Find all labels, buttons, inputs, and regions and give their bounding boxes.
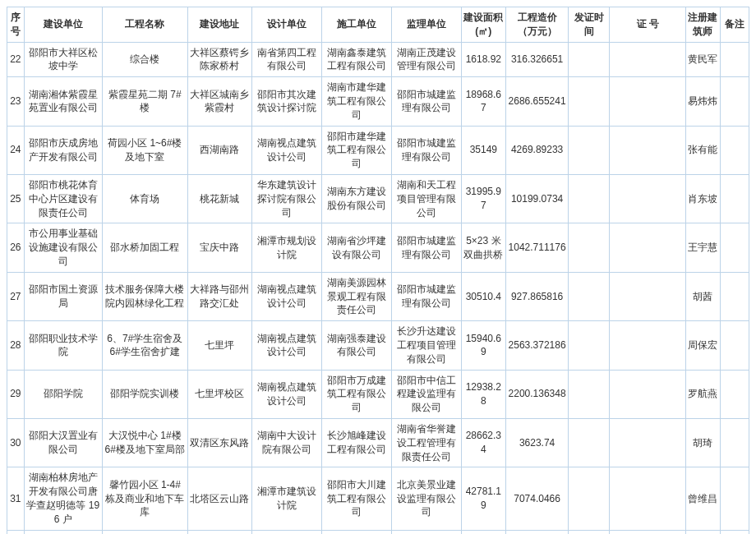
cell-addr: 大祥路与邵州路交汇处 <box>187 272 252 320</box>
cell-seq: 24 <box>7 126 25 174</box>
cell-unit: 邵阳大汉置业有限公司 <box>24 418 102 467</box>
cell-note <box>720 467 749 530</box>
col-supervisor: 监理单位 <box>392 7 462 43</box>
cell-supervisor: 邵阳市城建监理有限公司 <box>392 77 462 126</box>
cell-supervisor: 湖南和天工程项目管理有限公司 <box>392 174 462 223</box>
cell-date <box>569 321 610 370</box>
table-row: 23湖南湘体紫霞星苑置业有限公司紫霞星苑二期 7#楼大祥区城南乡紫霞村邵阳市其次… <box>7 77 749 126</box>
col-seq: 序号 <box>7 7 25 43</box>
cell-note <box>720 370 749 418</box>
cell-unit: 邵阳职业技术学院 <box>24 321 102 370</box>
cell-seq: 31 <box>7 467 25 530</box>
table-body: 22邵阳市大祥区松坡中学综合楼大祥区蔡锷乡陈家桥村南省第四工程有限公司湖南鑫泰建… <box>7 42 749 534</box>
cell-seq: 27 <box>7 272 25 320</box>
construction-permits-table: 序号 建设单位 工程名称 建设地址 设计单位 施工单位 监理单位 建设面积(㎡)… <box>7 7 749 534</box>
cell-addr: 七里坪 <box>187 321 252 370</box>
cell-supervisor: 邵阳市城建监理有限公司 <box>392 126 462 174</box>
cell-designer: 湖南视点建筑设计公司 <box>252 126 322 174</box>
cell-proj: 馨竹园小区 1-4#栋及商业和地下车库 <box>102 467 187 530</box>
cell-designer: 湖南视点建筑设计公司 <box>252 370 322 418</box>
cell-contractor: 邵阳市建华建筑工程有限公司 <box>322 126 392 174</box>
cell-date <box>569 370 610 418</box>
cell-cert <box>610 223 686 272</box>
cell-supervisor: 湖南省华誉建设工程管理有限责任公司 <box>392 418 462 467</box>
cell-cost: 2200.136348 <box>505 370 569 418</box>
cell-contractor: 湖南东方建设股份有限公司 <box>322 530 392 534</box>
cell-area: 12938.28 <box>461 370 505 418</box>
table-row: 22邵阳市大祥区松坡中学综合楼大祥区蔡锷乡陈家桥村南省第四工程有限公司湖南鑫泰建… <box>7 42 749 77</box>
cell-proj: 邵阳学院实训楼 <box>102 370 187 418</box>
col-addr: 建设地址 <box>187 7 252 43</box>
cell-cert <box>610 174 686 223</box>
cell-architect: 王宇慧 <box>686 223 720 272</box>
cell-architect: 曾维昌 <box>686 467 720 530</box>
cell-proj: 大汉悦中心 1#楼 6#楼及地下室局部 <box>102 418 187 467</box>
cell-designer: 湘潭市建筑设计院 <box>252 467 322 530</box>
cell-unit: 邵阳学院 <box>24 370 102 418</box>
cell-designer: 湘潭市规划设计院 <box>252 223 322 272</box>
cell-date <box>569 467 610 530</box>
cell-addr: 宝庆中路 <box>187 223 252 272</box>
cell-designer: 湖南视点建筑设计公司 <box>252 272 322 320</box>
table-row: 32邵阳学院学生宿舍 A-38-1,A-38-2, A-39 栋七里坪校区湖南金… <box>7 530 749 534</box>
cell-seq: 22 <box>7 42 25 77</box>
cell-area: 18950.74 <box>461 530 505 534</box>
table-row: 25邵阳市桃花体育中心片区建设有限责任公司体育场桃花新城华东建筑设计探讨院有限公… <box>7 174 749 223</box>
cell-note <box>720 223 749 272</box>
cell-area: 18968.67 <box>461 77 505 126</box>
cell-area: 15940.69 <box>461 321 505 370</box>
cell-addr: 七里坪校区 <box>187 530 252 534</box>
col-unit: 建设单位 <box>24 7 102 43</box>
cell-cost: 2563.372186 <box>505 321 569 370</box>
cell-addr: 大祥区蔡锷乡陈家桥村 <box>187 42 252 77</box>
cell-addr: 西湖南路 <box>187 126 252 174</box>
cell-cert <box>610 530 686 534</box>
cell-cert <box>610 42 686 77</box>
cell-architect: 张有能 <box>686 126 720 174</box>
cell-architect: 胡茜 <box>686 272 720 320</box>
cell-cost: 2916.646613 <box>505 530 569 534</box>
table-row: 24邵阳市庆成房地产开发有限公司荷园小区 1~6#楼及地下室西湖南路湖南视点建筑… <box>7 126 749 174</box>
cell-seq: 26 <box>7 223 25 272</box>
cell-proj: 6、7#学生宿舍及 6#学生宿舍扩建 <box>102 321 187 370</box>
cell-cost: 3623.74 <box>505 418 569 467</box>
cell-area: 35149 <box>461 126 505 174</box>
cell-area: 42781.19 <box>461 467 505 530</box>
cell-architect: 罗航燕 <box>686 370 720 418</box>
cell-cost: 1042.711176 <box>505 223 569 272</box>
cell-addr: 双清区东风路 <box>187 418 252 467</box>
cell-area: 5×23 米双曲拱桥 <box>461 223 505 272</box>
cell-architect: 袁旭 <box>686 530 720 534</box>
cell-designer: 湖南视点建筑设计公司 <box>252 321 322 370</box>
cell-proj: 荷园小区 1~6#楼及地下室 <box>102 126 187 174</box>
cell-contractor: 邵阳市万成建筑工程有限公司 <box>322 370 392 418</box>
cell-cert <box>610 467 686 530</box>
cell-architect: 周保宏 <box>686 321 720 370</box>
cell-contractor: 湖南强泰建设有限公司 <box>322 321 392 370</box>
cell-designer: 南省第四工程有限公司 <box>252 42 322 77</box>
cell-area: 1618.92 <box>461 42 505 77</box>
cell-architect: 易炜炜 <box>686 77 720 126</box>
cell-cert <box>610 77 686 126</box>
table-header: 序号 建设单位 工程名称 建设地址 设计单位 施工单位 监理单位 建设面积(㎡)… <box>7 7 749 43</box>
cell-designer: 邵阳市其次建筑设计探讨院 <box>252 77 322 126</box>
cell-seq: 25 <box>7 174 25 223</box>
cell-proj: 技术服务保障大楼院内园林绿化工程 <box>102 272 187 320</box>
cell-cert <box>610 370 686 418</box>
cell-unit: 市公用事业基础设施建设有限公司 <box>24 223 102 272</box>
table-row: 30邵阳大汉置业有限公司大汉悦中心 1#楼 6#楼及地下室局部双清区东风路湖南中… <box>7 418 749 467</box>
cell-contractor: 湖南市建华建筑工程有限公司 <box>322 77 392 126</box>
cell-unit: 邵阳市庆成房地产开发有限公司 <box>24 126 102 174</box>
cell-cert <box>610 272 686 320</box>
cell-cert <box>610 418 686 467</box>
col-area: 建设面积(㎡) <box>461 7 505 43</box>
cell-cert <box>610 126 686 174</box>
cell-date <box>569 418 610 467</box>
cell-proj: 综合楼 <box>102 42 187 77</box>
col-cost: 工程造价（万元） <box>505 7 569 43</box>
cell-note <box>720 272 749 320</box>
cell-supervisor: 邵阳市城建监理有限公司 <box>392 272 462 320</box>
cell-note <box>720 530 749 534</box>
col-date: 发证时间 <box>569 7 610 43</box>
cell-date <box>569 174 610 223</box>
